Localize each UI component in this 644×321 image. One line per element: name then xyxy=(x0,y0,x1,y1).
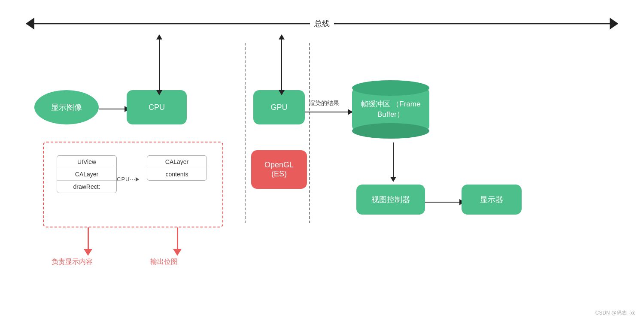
red-head-left xyxy=(84,249,92,256)
arrow-line xyxy=(99,109,125,109)
display-label: 显示器 xyxy=(480,194,503,205)
right-white-box: CALayer contents xyxy=(147,155,207,181)
cpu-dotted-arrow: CPU··· xyxy=(117,176,139,182)
diagram-container: 总线 显示图像 CPU GPU OpenGL (ES) xyxy=(0,0,644,321)
cpu-node: CPU xyxy=(127,90,187,124)
gpu-label: GPU xyxy=(270,103,287,112)
arrow-display-to-cpu xyxy=(99,106,130,112)
arrow-vert-line-gpu xyxy=(281,39,282,90)
frame-buffer-label: 帧缓冲区 （Frame Buffer） xyxy=(352,99,429,120)
bus-arrow-left xyxy=(26,18,34,30)
display-image-node: 显示图像 xyxy=(34,90,99,124)
arrow-down-head-gpu xyxy=(279,90,285,95)
opengl-node: OpenGL (ES) xyxy=(251,150,307,189)
contents-row: contents xyxy=(147,168,207,180)
red-arrow-left xyxy=(84,227,92,256)
red-line-left xyxy=(88,227,89,249)
frame-buffer-node: 帧缓冲区 （Frame Buffer） xyxy=(352,79,429,139)
render-result-label: 渲染的结果 xyxy=(309,100,339,107)
arrow-down-head xyxy=(156,90,162,95)
left-white-box: UIView CALayer drawRect: xyxy=(57,155,117,193)
gpu-node: GPU xyxy=(253,90,305,124)
arrow-up-head-gpu xyxy=(279,34,285,39)
calayer-row: CALayer xyxy=(57,168,116,181)
arrow-vert-fb-vc xyxy=(393,142,394,177)
view-controller-label: 视图控制器 xyxy=(371,194,410,205)
arrow-down-head-fb-vc xyxy=(390,177,396,182)
arrow-up-head xyxy=(156,34,162,39)
cpu-dotted-arrowhead xyxy=(136,177,139,182)
arrow-gpu-to-framebuffer xyxy=(305,109,353,115)
bidir-arrow-cpu-bus xyxy=(156,34,162,95)
display-image-label: 显示图像 xyxy=(51,102,82,112)
cpu-label: CPU xyxy=(149,103,165,112)
red-head-right xyxy=(173,249,182,256)
bus-arrow: 总线 xyxy=(26,13,618,34)
red-line-right xyxy=(177,227,178,249)
arrow-fb-to-vc xyxy=(390,142,396,182)
dashed-container: UIView CALayer drawRect: CPU··· CALayer … xyxy=(43,142,223,227)
output-bitmap-label: 输出位图 xyxy=(150,257,178,266)
display-node: 显示器 xyxy=(462,185,522,215)
arrow-vc-to-display xyxy=(425,199,465,205)
arrow-line-vc-disp xyxy=(425,202,459,203)
drawrect-row: drawRect: xyxy=(57,181,116,193)
bidir-arrow-gpu-bus xyxy=(279,34,285,95)
view-controller-node: 视图控制器 xyxy=(356,185,425,215)
bus-label: 总线 xyxy=(310,18,334,29)
responsible-display-label: 负责显示内容 xyxy=(52,257,93,266)
bus-arrow-right xyxy=(610,18,618,30)
dotted-line-left xyxy=(245,43,246,223)
arrow-line-gpu-fb xyxy=(305,112,348,112)
calayer-right-row: CALayer xyxy=(147,156,207,168)
dotted-line-right xyxy=(309,43,310,223)
cpu-dotted-label: CPU··· xyxy=(117,176,136,182)
red-arrow-right xyxy=(173,227,182,256)
watermark: CSDN @码农--xc xyxy=(595,309,635,317)
arrow-vert-line xyxy=(159,39,160,90)
uiview-row: UIView xyxy=(57,156,116,168)
opengl-label: OpenGL (ES) xyxy=(264,160,294,179)
